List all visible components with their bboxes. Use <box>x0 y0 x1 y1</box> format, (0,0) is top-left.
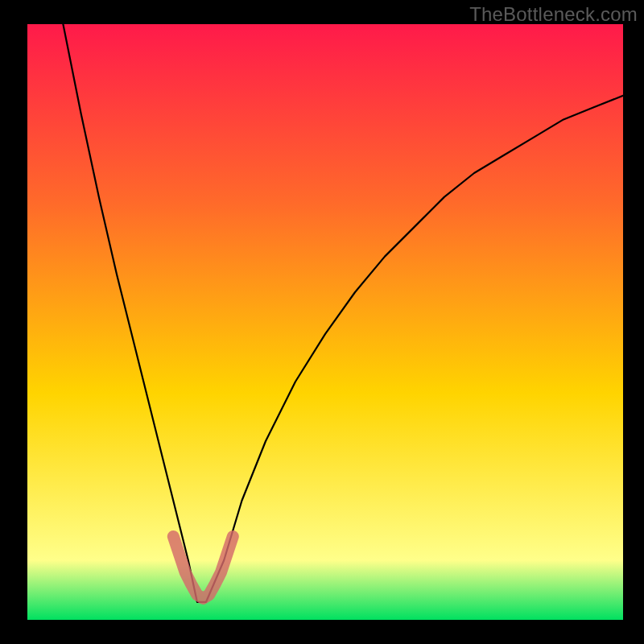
gradient-background <box>27 24 623 620</box>
chart-frame: TheBottleneck.com <box>0 0 644 644</box>
watermark-text: TheBottleneck.com <box>469 3 638 26</box>
bottleneck-chart <box>27 24 623 620</box>
